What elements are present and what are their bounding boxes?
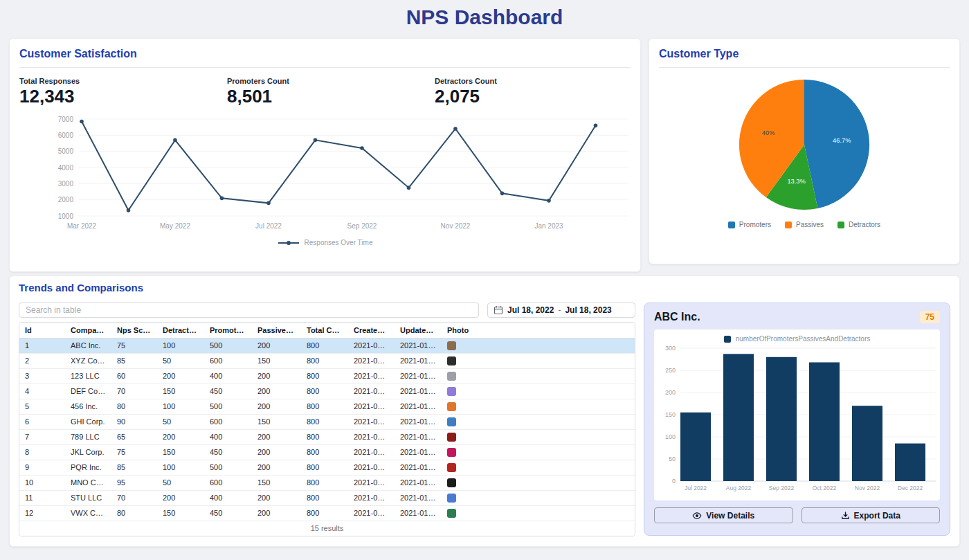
view-details-button[interactable]: View Details — [654, 507, 793, 523]
column-header-promotor-co[interactable]: Promotor Co... — [204, 323, 252, 338]
table-row[interactable]: 1ABC Inc.751005002008002021-01-01...2021… — [19, 338, 635, 353]
detail-bar-chart: numberOfPromotersPassivesAndDetractors 0… — [654, 329, 940, 500]
date-range-end[interactable]: Jul 18, 2023 — [565, 305, 611, 315]
table-cell: 80 — [111, 399, 157, 414]
table-cell: 75 — [111, 338, 157, 353]
top-row: Customer Satisfaction Total Responses 12… — [9, 38, 960, 272]
table-row[interactable]: 12VWX Corp.801504502008002021-01-12...20… — [19, 505, 635, 521]
stat-label: Total Responses — [19, 77, 227, 85]
table-cell: MNO Corp. — [65, 475, 111, 490]
company-photo — [447, 494, 456, 503]
pie-legend-item-detractors[interactable]: Detractors — [837, 221, 880, 228]
table-row[interactable]: 11STU LLC702004002008002021-01-11...2021… — [19, 490, 635, 505]
search-input[interactable] — [19, 302, 479, 318]
table-cell: 450 — [204, 383, 252, 399]
table-cell: 200 — [252, 460, 301, 475]
table-cell: ABC Inc. — [65, 338, 111, 353]
customer-type-title: Customer Type — [659, 48, 950, 60]
line-chart-legend[interactable]: Responses Over Time — [19, 239, 631, 246]
table-cell: 100 — [157, 399, 204, 414]
table-cell-photo — [442, 460, 635, 475]
bar-legend-label: numberOfPromotersPassivesAndDetractors — [736, 335, 871, 343]
customer-satisfaction-card: Customer Satisfaction Total Responses 12… — [9, 38, 641, 272]
svg-text:300: 300 — [665, 345, 676, 352]
column-header-nps-score[interactable]: Nps Score — [111, 323, 157, 338]
table-cell: 2021-01-02... — [348, 353, 395, 368]
table-cell: 800 — [301, 429, 348, 444]
table-row[interactable]: 7789 LLC652004002008002021-01-07...2021-… — [19, 429, 635, 444]
table-row[interactable]: 10MNO Corp.95506001508002021-01-10...202… — [19, 475, 635, 490]
date-range-separator: - — [558, 305, 561, 315]
customer-type-pie-chart: 46.7%13.3%40% — [736, 77, 872, 213]
svg-text:Jul 2022: Jul 2022 — [255, 222, 282, 230]
svg-text:40%: 40% — [762, 129, 775, 136]
table-cell: 400 — [204, 490, 252, 505]
nps-score-badge: 75 — [920, 311, 940, 323]
table-row[interactable]: 3123 LLC602004002008002021-01-03...2021-… — [19, 368, 635, 383]
table-cell: 60 — [111, 368, 157, 383]
svg-text:2000: 2000 — [58, 196, 74, 204]
download-icon — [841, 511, 850, 520]
column-header-detractor-c[interactable]: Detractor C... — [157, 323, 204, 338]
column-header-passive-count[interactable]: Passive Count — [252, 323, 301, 338]
table-cell: 2021-01-11... — [348, 490, 395, 505]
table-row[interactable]: 6GHI Corp.90506001508002021-01-06...2021… — [19, 414, 635, 429]
table-row[interactable]: 8JKL Corp.751504502008002021-01-08...202… — [19, 444, 635, 460]
column-header-company-na[interactable]: Company Na... — [65, 323, 111, 338]
table-cell: 800 — [301, 460, 348, 475]
table-row[interactable]: 4DEF Corp.701504502008002021-01-04...202… — [19, 383, 635, 399]
table-cell-photo — [442, 505, 635, 521]
customer-type-card: Customer Type 46.7%13.3%40% PromotersPas… — [649, 38, 960, 264]
stat-total-responses: Total Responses 12,343 — [19, 77, 227, 107]
table-cell: 450 — [204, 505, 252, 521]
trends-title: Trends and Comparisons — [19, 282, 950, 293]
table-row[interactable]: 9PQR Inc.851005002008002021-01-09...2021… — [19, 460, 635, 475]
svg-text:13.3%: 13.3% — [787, 178, 805, 185]
table-cell: 2021-01-07... — [395, 429, 442, 444]
svg-text:5000: 5000 — [58, 147, 74, 155]
table-cell: 800 — [301, 383, 348, 399]
table-cell-photo — [442, 383, 635, 399]
svg-text:50: 50 — [669, 455, 676, 462]
bar-chart-legend[interactable]: numberOfPromotersPassivesAndDetractors — [655, 335, 939, 343]
table-cell: 2021-01-05... — [395, 399, 442, 414]
column-header-total-custo[interactable]: Total Custo... — [301, 323, 348, 338]
table-cell: 500 — [204, 460, 252, 475]
pie-legend-item-passives[interactable]: Passives — [785, 221, 824, 228]
table-cell: 2021-01-03... — [395, 368, 442, 383]
pie-legend-item-promoters[interactable]: Promoters — [728, 221, 771, 228]
legend-swatch-icon — [785, 222, 792, 228]
table-cell: 200 — [252, 429, 301, 444]
date-range-start[interactable]: Jul 18, 2022 — [507, 305, 554, 315]
table-cell: 200 — [157, 490, 204, 505]
table-cell: XYZ Corp. — [65, 353, 111, 368]
table-cell: 11 — [19, 490, 65, 505]
company-detail-panel: ABC Inc. 75 numberOfPromotersPassivesAnd… — [644, 302, 950, 536]
table-row[interactable]: 5456 Inc.801005002008002021-01-05...2021… — [19, 399, 635, 414]
table-cell: 100 — [157, 460, 204, 475]
line-chart-svg: 1000200030004000500060007000Mar 2022May … — [19, 114, 632, 233]
column-header-id[interactable]: Id — [19, 323, 65, 338]
calendar-icon — [493, 305, 503, 315]
table-column: Jul 18, 2022 - Jul 18, 2023 IdCompany Na… — [19, 302, 635, 536]
svg-text:100: 100 — [665, 433, 676, 440]
legend-label: Detractors — [849, 221, 880, 228]
svg-text:Nov 2022: Nov 2022 — [441, 222, 471, 230]
column-header-updated-at[interactable]: Updated At — [395, 323, 442, 338]
table-cell: 70 — [111, 490, 157, 505]
company-photo — [447, 372, 456, 381]
table-cell: 2021-01-02... — [395, 353, 442, 368]
export-data-button[interactable]: Export Data — [802, 507, 941, 523]
table-cell: 800 — [301, 414, 348, 429]
table-cell-photo — [442, 399, 635, 414]
column-header-created-at[interactable]: Created At — [348, 323, 395, 338]
table-cell: 3 — [19, 368, 65, 383]
date-range-picker[interactable]: Jul 18, 2022 - Jul 18, 2023 — [487, 302, 635, 318]
column-header-photo[interactable]: Photo — [442, 323, 635, 338]
table-cell: 500 — [204, 399, 252, 414]
table-cell: 10 — [19, 475, 65, 490]
table-row[interactable]: 2XYZ Corp.85506001508002021-01-02...2021… — [19, 353, 635, 368]
svg-text:46.7%: 46.7% — [833, 137, 851, 144]
svg-text:1000: 1000 — [58, 213, 74, 220]
detail-company-name: ABC Inc. — [654, 311, 700, 323]
